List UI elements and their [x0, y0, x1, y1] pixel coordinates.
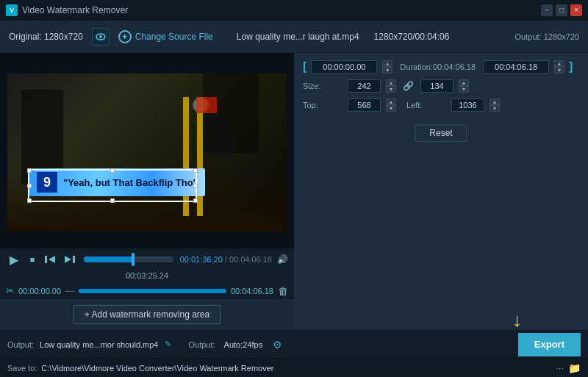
source-resolution: 1280x720/00:04:06	[374, 32, 450, 42]
size-row: Size: ▲ ▼ 🔗 ▲ ▼	[303, 79, 579, 93]
total-time-display: 00:04:06.18	[229, 255, 272, 264]
gear-icon[interactable]: ⚙	[273, 339, 282, 351]
start-time-spinbox: ▲ ▼	[382, 60, 392, 73]
play-button[interactable]: ▶	[6, 251, 22, 268]
timeline-fill	[84, 256, 133, 262]
titlebar: V Video Watermark Remover − □ ×	[0, 0, 588, 21]
width-up[interactable]: ▲	[386, 79, 396, 86]
size-label: Size:	[303, 82, 343, 90]
saveto-browse-button[interactable]: ···	[556, 362, 564, 373]
video-frame: 9 "Yeah, but That Backflip Tho"	[7, 73, 287, 231]
banner-text: "Yeah, but That Backflip Tho"	[63, 177, 198, 188]
close-button[interactable]: ×	[570, 4, 582, 16]
top-input[interactable]	[348, 98, 381, 112]
width-down[interactable]: ▼	[386, 86, 396, 93]
svg-marker-3	[49, 256, 55, 263]
output-filename: Low quality me...mor should.mp4	[40, 340, 158, 349]
bracket-open: [	[303, 60, 306, 73]
reset-row: Reset	[303, 121, 579, 142]
link-icon: 🔗	[403, 81, 414, 91]
add-watermark-area: + Add watermark removing area	[0, 298, 294, 330]
width-spinbox: ▲ ▼	[386, 79, 396, 93]
titlebar-controls: − □ ×	[541, 4, 582, 16]
position-row: Top: ▲ ▼ Left: ▲ ▼	[303, 98, 579, 112]
app-body: Original: 1280x720 + Change Source File …	[0, 21, 588, 377]
time-separator: /	[225, 255, 227, 264]
current-time-display: 00:01:36.20	[180, 255, 223, 264]
svg-marker-5	[65, 256, 71, 263]
eye-button[interactable]	[92, 28, 110, 46]
time-range-row: [ ▲ ▼ Duration:00:04:06.18 ▲ ▼ ]	[303, 60, 579, 73]
reset-button[interactable]: Reset	[415, 124, 466, 142]
add-watermark-button[interactable]: + Add watermark removing area	[74, 305, 220, 324]
frame-back-button[interactable]	[43, 251, 59, 268]
video-preview-area: 9 "Yeah, but That Backflip Tho"	[0, 53, 294, 248]
playback-controls: ▶ ■ 00:01:36.20 / 00:04:06.18 🔊	[0, 248, 294, 270]
duration-label: Duration:00:04:06.18	[397, 62, 478, 71]
clip-range-bar[interactable]	[79, 289, 226, 293]
left-label: Left:	[406, 101, 447, 109]
banner-number: 9	[37, 172, 57, 193]
clip-icon: ✂	[6, 285, 14, 296]
left-up[interactable]: ▲	[490, 98, 500, 105]
volume-icon[interactable]: 🔊	[277, 254, 288, 265]
saveto-path: C:\Vidmore\Vidmore Video Converter\Video…	[41, 364, 551, 373]
timeline-track[interactable]	[84, 256, 173, 262]
stop-button[interactable]: ■	[24, 251, 40, 268]
end-time-spinbox: ▲ ▼	[554, 60, 564, 73]
svg-rect-4	[73, 256, 75, 263]
edit-icon[interactable]: ✎	[165, 340, 171, 349]
end-time-up[interactable]: ▲	[554, 60, 564, 67]
width-input[interactable]	[348, 79, 381, 93]
add-icon: +	[118, 30, 132, 43]
timeline-thumb[interactable]	[132, 253, 135, 266]
height-down[interactable]: ▼	[459, 86, 469, 93]
clip-separator: —	[65, 286, 74, 296]
clip-end-time: 00:04:06.18	[231, 287, 273, 295]
right-panel-col: [ ▲ ▼ Duration:00:04:06.18 ▲ ▼ ] Size:	[294, 53, 588, 330]
bottom-bar: Output: Low quality me...mor should.mp4 …	[0, 330, 588, 358]
left-spinbox: ▲ ▼	[490, 98, 500, 112]
end-time-down[interactable]: ▼	[554, 67, 564, 73]
end-time-input[interactable]	[483, 60, 549, 73]
change-source-label: Change Source File	[135, 32, 213, 42]
clip-start-time: 00:00:00.00	[18, 287, 61, 295]
saveto-folder-icon[interactable]: 📁	[568, 362, 581, 374]
left-input[interactable]	[451, 98, 484, 112]
video-banner: 9 "Yeah, but That Backflip Tho"	[29, 168, 205, 196]
output-resolution-label: Output: 1280x720	[515, 32, 579, 41]
export-arrow-indicator: ↓	[512, 309, 522, 323]
maximize-button[interactable]: □	[556, 4, 567, 16]
top-up[interactable]: ▲	[386, 98, 396, 105]
start-time-up[interactable]: ▲	[382, 60, 392, 67]
saveto-label: Save to:	[7, 364, 37, 373]
left-down[interactable]: ▼	[490, 105, 500, 112]
output-settings-label: Output:	[189, 340, 215, 349]
output-settings-value: Auto;24fps	[224, 340, 263, 349]
height-input[interactable]	[420, 79, 453, 93]
frame-forward-button[interactable]	[61, 251, 77, 268]
toolbar: Original: 1280x720 + Change Source File …	[0, 21, 588, 53]
original-resolution-label: Original: 1280x720	[9, 32, 83, 42]
titlebar-left: V Video Watermark Remover	[6, 4, 128, 16]
start-time-input[interactable]	[311, 60, 377, 73]
app-icon: V	[6, 4, 18, 16]
content-area: 9 "Yeah, but That Backflip Tho"	[0, 53, 588, 330]
start-time-down[interactable]: ▼	[382, 67, 392, 73]
svg-point-1	[99, 35, 102, 38]
height-spinbox: ▲ ▼	[459, 79, 469, 93]
minimize-button[interactable]: −	[541, 4, 553, 16]
top-spinbox: ▲ ▼	[386, 98, 396, 112]
spacer	[303, 148, 579, 323]
top-down[interactable]: ▼	[386, 105, 396, 112]
export-button[interactable]: Export	[518, 333, 581, 356]
output-file-label: Output:	[7, 340, 34, 349]
clip-delete-icon[interactable]: 🗑	[278, 285, 288, 297]
height-up[interactable]: ▲	[459, 79, 469, 86]
change-source-button[interactable]: + Change Source File	[118, 30, 213, 43]
source-filename: Low quality me...r laugh at.mp4	[237, 32, 359, 42]
svg-rect-2	[45, 256, 47, 263]
saveto-bar: Save to: C:\Vidmore\Vidmore Video Conver…	[0, 358, 588, 377]
clip-range-row: ✂ 00:00:00.00 — 00:04:06.18 🗑	[0, 282, 294, 298]
app-title: Video Watermark Remover	[22, 5, 128, 15]
